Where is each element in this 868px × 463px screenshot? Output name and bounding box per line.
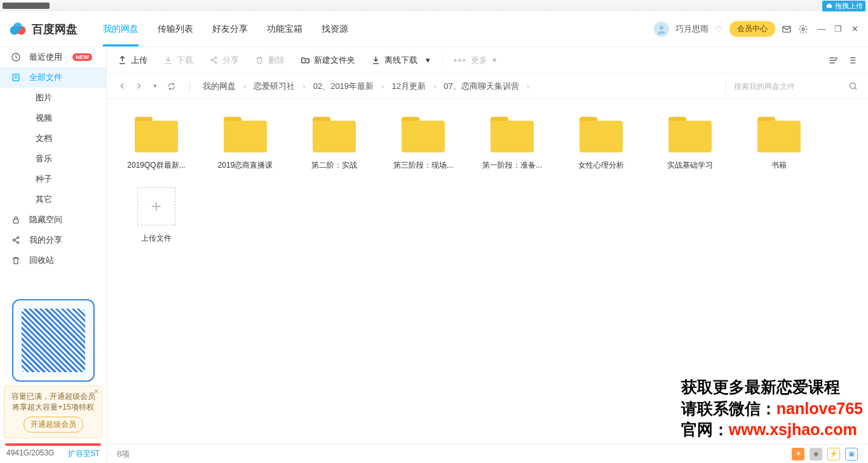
status-icon-4[interactable]: ▣ — [845, 448, 858, 460]
gear-icon[interactable] — [798, 24, 808, 34]
user-avatar[interactable] — [654, 22, 669, 37]
sidebar-item-recent[interactable]: 最近使用 NEW — [0, 47, 106, 67]
status-icon-3[interactable]: ⚡ — [827, 448, 840, 460]
folder-icon — [580, 117, 623, 152]
window-maximize[interactable]: ❐ — [834, 25, 843, 34]
folder-icon — [313, 117, 356, 152]
crumb-2[interactable]: 02、2019年最新 — [313, 81, 374, 92]
share-button[interactable]: 分享 — [208, 55, 239, 66]
sidebar-item-label: 最近使用 — [29, 51, 62, 63]
promo-close-icon[interactable]: ✕ — [93, 387, 99, 396]
nav-forward-icon[interactable] — [133, 81, 144, 91]
crumb-1[interactable]: 恋爱研习社 — [254, 81, 295, 92]
chevron-down-icon: ▾ — [423, 55, 433, 65]
new-folder-button[interactable]: 新建文件夹 — [300, 55, 355, 66]
folder-item[interactable]: 女性心理分析 — [558, 112, 644, 176]
nav-my-disk[interactable]: 我的网盘 — [103, 12, 139, 46]
item-count: 8项 — [117, 448, 130, 460]
nav-refresh-icon[interactable] — [166, 81, 177, 91]
overlay-line3b: www.xsjhao.com — [729, 420, 857, 438]
files-icon — [10, 72, 22, 83]
sidebar-item-my-share[interactable]: 我的分享 — [0, 230, 106, 250]
folder-item[interactable]: 2019QQ群最新... — [113, 112, 200, 176]
crumb-4[interactable]: 07、恋商聊天集训营 — [444, 81, 519, 92]
sidebar-item-images[interactable]: 图片 — [0, 88, 106, 108]
sidebar-item-label: 音乐 — [36, 153, 52, 164]
crumb-3[interactable]: 12月更新 — [391, 81, 425, 92]
mail-icon[interactable] — [782, 24, 792, 34]
toolbar: 上传 下载 分享 删除 新建文件夹 离线下载▾ •••更多▾ — [107, 47, 868, 74]
expand-storage-link[interactable]: 扩容至5T — [68, 448, 100, 459]
sidebar-item-label: 回收站 — [29, 255, 54, 266]
crumb-0[interactable]: 我的网盘 — [203, 81, 236, 92]
promo-line1: 容量已满，开通超级会员 — [8, 391, 98, 402]
app-title: 百度网盘 — [32, 22, 78, 37]
folder-name: 书籍 — [738, 160, 820, 171]
window-minimize[interactable]: — — [817, 25, 826, 34]
folder-item[interactable]: 第二阶：实战 — [291, 112, 377, 176]
status-icon-1[interactable]: ✶ — [792, 448, 804, 460]
svg-point-16 — [215, 57, 217, 59]
upload-icon — [117, 55, 127, 65]
clock-icon — [10, 51, 22, 63]
sidebar-item-seeds[interactable]: 种子 — [0, 169, 106, 189]
sidebar-item-other[interactable]: 其它 — [0, 189, 106, 210]
svg-point-5 — [13, 22, 22, 31]
sidebar-item-trash[interactable]: 回收站 — [0, 250, 106, 271]
qr-code[interactable] — [12, 299, 95, 382]
promo-line2: 将享超大容量+15项特权 — [8, 402, 98, 413]
folder-item[interactable]: 第一阶段：准备... — [469, 112, 555, 176]
download-button[interactable]: 下载 — [163, 55, 193, 66]
upload-tile[interactable]: +上传文件 — [113, 182, 200, 249]
folder-item[interactable]: 第三阶段：现场... — [380, 112, 466, 176]
sidebar-item-videos[interactable]: 视频 — [0, 108, 106, 128]
nav-back-icon[interactable] — [117, 81, 127, 91]
svg-rect-11 — [13, 219, 18, 223]
nav-friend-share[interactable]: 好友分享 — [212, 12, 248, 46]
folder-item[interactable]: 实战基础学习 — [647, 112, 733, 176]
overlay-line1: 获取更多最新恋爱课程 — [681, 376, 863, 398]
sort-icon[interactable] — [827, 55, 839, 66]
search-input[interactable] — [734, 82, 842, 91]
list-view-icon[interactable] — [846, 55, 858, 66]
search-icon[interactable] — [848, 81, 858, 91]
vip-button[interactable]: 会员中心 — [729, 21, 775, 37]
sidebar-item-music[interactable]: 音乐 — [0, 149, 106, 169]
nav-dropdown-icon[interactable]: ▼ — [150, 81, 160, 91]
share-icon — [10, 234, 22, 246]
folder-name: 女性心理分析 — [560, 160, 642, 171]
main-nav: 我的网盘 传输列表 好友分享 功能宝箱 找资源 — [103, 12, 348, 46]
share-icon — [208, 55, 219, 65]
folder-item[interactable]: 书籍 — [736, 112, 822, 176]
svg-point-8 — [802, 28, 804, 30]
sidebar-item-docs[interactable]: 文档 — [0, 128, 106, 149]
folder-name: 实战基础学习 — [649, 160, 731, 171]
storage-bar — [5, 443, 101, 446]
more-button[interactable]: •••更多▾ — [454, 55, 497, 66]
svg-point-6 — [660, 25, 663, 29]
overlay-line3a: 官网： — [681, 420, 729, 438]
sidebar-item-label: 隐藏空间 — [29, 214, 62, 225]
dots-icon: ••• — [454, 55, 467, 65]
folder-name: 2019QQ群最新... — [116, 160, 197, 171]
drag-upload-badge[interactable]: 拖拽上传 — [822, 1, 865, 11]
nav-toolbox[interactable]: 功能宝箱 — [267, 12, 302, 46]
upload-button[interactable]: 上传 — [117, 55, 147, 66]
sidebar-item-label: 全部文件 — [29, 72, 62, 83]
offline-download-button[interactable]: 离线下载▾ — [370, 55, 433, 66]
sidebar-item-hidden[interactable]: 隐藏空间 — [0, 210, 106, 230]
app-logo[interactable]: 百度网盘 — [9, 20, 78, 38]
delete-button[interactable]: 删除 — [254, 55, 285, 66]
nav-find[interactable]: 找资源 — [322, 12, 348, 46]
toolbar-separator — [443, 55, 444, 65]
svg-point-17 — [215, 62, 217, 64]
promo-button[interactable]: 开通超级会员 — [24, 417, 83, 433]
heart-icon[interactable]: ♡ — [715, 24, 723, 34]
folder-item[interactable]: 2019恋商直播课 — [202, 112, 288, 176]
status-icon-2[interactable]: ◆ — [810, 448, 822, 460]
username[interactable]: 巧月思雨 — [675, 23, 709, 35]
sidebar-item-all-files[interactable]: 全部文件 — [0, 67, 106, 88]
window-close[interactable]: ✕ — [850, 25, 859, 34]
trash-icon — [254, 55, 264, 65]
nav-transfer[interactable]: 传输列表 — [158, 12, 193, 46]
